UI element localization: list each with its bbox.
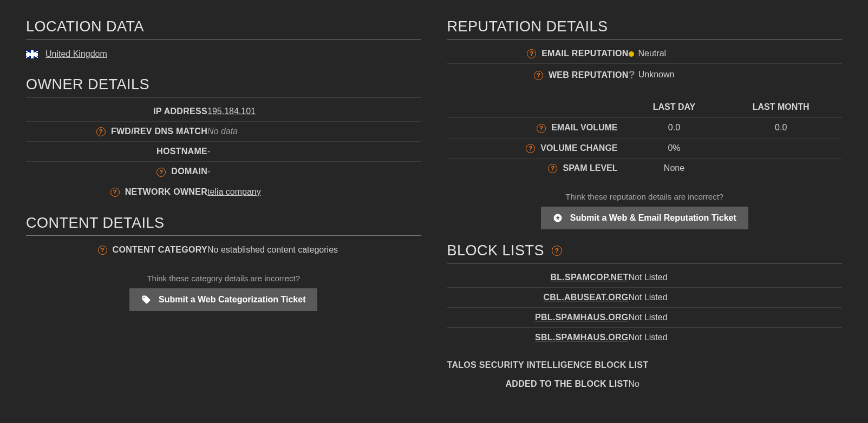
reputation-hint: Think these reputation details are incor… <box>447 192 843 201</box>
help-icon[interactable]: ? <box>548 164 557 173</box>
blocklist-name-link[interactable]: PBL.SPAMHAUS.ORG <box>535 313 629 322</box>
table-row: BL.SPAMCOP.NETNot Listed <box>447 268 843 288</box>
owner-heading: OWNER DETAILS <box>26 73 421 97</box>
help-icon[interactable]: ? <box>96 127 106 136</box>
content-heading: CONTENT DETAILS <box>26 212 421 236</box>
blocklist-status: Not Listed <box>629 288 843 308</box>
email-rep-value: Neutral <box>638 49 667 58</box>
table-row: ?EMAIL VOLUME 0.0 0.0 <box>447 118 843 138</box>
help-icon[interactable]: ? <box>527 49 536 58</box>
right-column: REPUTATION DETAILS ?EMAIL REPUTATION Neu… <box>447 5 843 394</box>
talos-heading: TALOS SECURITY INTELLIGENCE BLOCK LIST <box>447 360 843 370</box>
netown-link[interactable]: telia company <box>207 187 261 196</box>
spam-value: None <box>629 158 720 178</box>
spam-label: SPAM LEVEL <box>563 163 617 173</box>
table-row: ?DOMAIN - <box>26 162 421 182</box>
button-label: Submit a Web Categorization Ticket <box>159 295 305 305</box>
table-row: ADDED TO THE BLOCK LIST No <box>447 374 843 394</box>
ip-link[interactable]: 195.184.101 <box>207 107 256 116</box>
help-icon[interactable]: ? <box>156 168 166 177</box>
domain-value: - <box>207 162 421 182</box>
content-hint: Think these category details are incorre… <box>26 274 421 283</box>
submit-reputation-button[interactable]: Submit a Web & Email Reputation Ticket <box>541 207 748 229</box>
category-label: CONTENT CATEGORY <box>113 245 207 254</box>
domain-label: DOMAIN <box>171 167 207 176</box>
emailvol-month: 0.0 <box>720 118 842 138</box>
emailvol-day: 0.0 <box>629 118 720 138</box>
table-row: SBL.SPAMHAUS.ORGNot Listed <box>447 328 843 348</box>
uk-flag-icon <box>26 50 38 58</box>
tag-icon <box>141 295 151 305</box>
table-row: PBL.SPAMHAUS.ORGNot Listed <box>447 308 843 328</box>
table-row: CBL.ABUSEAT.ORGNot Listed <box>447 288 843 308</box>
email-rep-label: EMAIL REPUTATION <box>541 49 628 58</box>
blocklist-name-link[interactable]: BL.SPAMCOP.NET <box>550 273 628 282</box>
blocklist-name-link[interactable]: CBL.ABUSEAT.ORG <box>543 293 628 302</box>
owner-table: IP ADDRESS 195.184.101 ?FWD/REV DNS MATC… <box>26 102 421 202</box>
table-row: ?EMAIL REPUTATION Neutral <box>447 44 843 64</box>
col-last-day: LAST DAY <box>629 97 720 118</box>
host-label: HOSTNAME <box>26 142 207 162</box>
submit-categorization-button[interactable]: Submit a Web Categorization Ticket <box>129 288 317 311</box>
category-value: No established content categories <box>207 240 421 260</box>
reputation-table: ?EMAIL REPUTATION Neutral ?WEB REPUTATIO… <box>447 44 843 86</box>
web-rep-label: WEB REPUTATION <box>549 70 629 80</box>
content-table: ?CONTENT CATEGORY No established content… <box>26 240 421 260</box>
help-icon[interactable]: ? <box>526 144 535 153</box>
blocklist-status: Not Listed <box>629 308 843 328</box>
blocklists-table: BL.SPAMCOP.NETNot ListedCBL.ABUSEAT.ORGN… <box>447 268 843 347</box>
host-value: - <box>207 142 421 162</box>
table-row: HOSTNAME - <box>26 142 421 162</box>
table-row: ?NETWORK OWNER telia company <box>26 182 421 202</box>
reputation-heading: REPUTATION DETAILS <box>447 15 843 39</box>
volume-table: LAST DAY LAST MONTH ?EMAIL VOLUME 0.0 0.… <box>447 97 843 178</box>
blocklist-status: Not Listed <box>629 268 843 288</box>
web-rep-value: Unknown <box>638 70 675 79</box>
blocklists-heading: BLOCK LISTS ? <box>447 239 843 263</box>
talos-table: ADDED TO THE BLOCK LIST No <box>447 374 843 394</box>
left-column: LOCATION DATA United Kingdom OWNER DETAI… <box>26 5 421 394</box>
table-row: ?CONTENT CATEGORY No established content… <box>26 240 421 260</box>
button-label: Submit a Web & Email Reputation Ticket <box>570 213 736 223</box>
location-heading: LOCATION DATA <box>26 15 421 39</box>
volchange-label: VOLUME CHANGE <box>540 143 617 153</box>
table-row: ?WEB REPUTATION ?Unknown <box>447 64 843 87</box>
help-icon[interactable]: ? <box>552 246 562 256</box>
star-badge-icon <box>553 213 563 223</box>
help-icon[interactable]: ? <box>534 71 543 80</box>
location-country-link[interactable]: United Kingdom <box>45 49 107 59</box>
blocklist-name-link[interactable]: SBL.SPAMHAUS.ORG <box>535 333 629 342</box>
netown-label: NETWORK OWNER <box>125 187 207 196</box>
help-icon[interactable]: ? <box>537 124 546 133</box>
added-label: ADDED TO THE BLOCK LIST <box>447 374 629 394</box>
added-value: No <box>629 374 843 394</box>
question-icon: ? <box>629 69 635 81</box>
status-dot-icon <box>629 51 634 57</box>
dns-label: FWD/REV DNS MATCH <box>111 127 207 136</box>
volchange-value: 0% <box>629 138 720 158</box>
dns-value: No data <box>207 122 421 142</box>
help-icon[interactable]: ? <box>98 246 107 255</box>
help-icon[interactable]: ? <box>110 188 120 197</box>
emailvol-label: EMAIL VOLUME <box>551 123 617 132</box>
table-row: IP ADDRESS 195.184.101 <box>26 102 421 122</box>
table-row: ?SPAM LEVEL None <box>447 158 843 178</box>
col-last-month: LAST MONTH <box>720 97 842 118</box>
blocklist-status: Not Listed <box>629 328 843 348</box>
ip-label: IP ADDRESS <box>26 102 207 122</box>
table-row: ?FWD/REV DNS MATCH No data <box>26 122 421 142</box>
location-row: United Kingdom <box>26 39 421 63</box>
table-row: ?VOLUME CHANGE 0% <box>447 138 843 158</box>
